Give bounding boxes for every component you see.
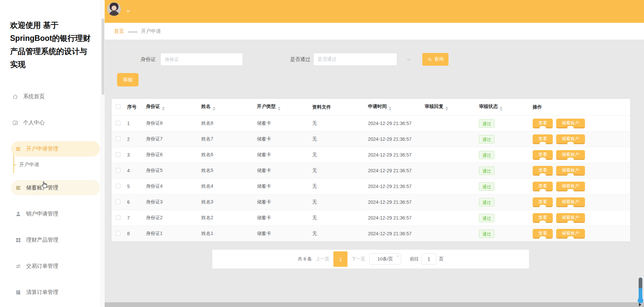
sidebar-scrollbar[interactable] (101, 0, 105, 307)
status-badge: 通过 (479, 151, 494, 159)
sort-icon[interactable] (278, 107, 280, 111)
row-action-button[interactable]: 查看 (533, 182, 553, 191)
cell-apply-time: 2024-12-29 21:36:57 (368, 184, 425, 189)
row-action-button[interactable]: 储蓄账户 (556, 166, 585, 176)
breadcrumb-separator: —— (128, 28, 137, 34)
row-action-button[interactable]: 储蓄账户 (556, 150, 585, 160)
sidebar-item-label: 储蓄账户管理 (26, 184, 58, 191)
row-action-button[interactable]: 储蓄账户 (556, 134, 585, 144)
table-row: 3身份证6姓名6储蓄卡无2024-12-29 21:36:57通过查看储蓄账户 (112, 147, 630, 163)
sidebar-item[interactable]: 交易订单管理 (0, 258, 101, 274)
row-checkbox[interactable] (112, 152, 127, 158)
sidebar-item[interactable]: 个人中心 (0, 115, 101, 130)
sidebar-item[interactable]: 储蓄账户管理 (11, 180, 100, 195)
page-size-value: 10条/页 (377, 256, 393, 262)
row-action-button[interactable]: 储蓄账户 (556, 229, 585, 239)
cell-actions: 查看储蓄账户 (533, 166, 630, 176)
status-badge: 通过 (479, 230, 494, 238)
cell-idcard: 身份证7 (146, 136, 201, 142)
sort-icon[interactable] (213, 107, 215, 111)
breadcrumb: 首页 —— 开户申请 (105, 23, 644, 40)
row-checkbox[interactable] (112, 199, 127, 205)
row-action-button[interactable]: 储蓄账户 (556, 213, 585, 223)
cell-index: 2 (127, 136, 146, 142)
row-action-button[interactable]: 查看 (533, 166, 553, 176)
cell-actions: 查看储蓄账户 (533, 150, 630, 160)
sidebar-item[interactable]: 理财产品管理 (0, 232, 101, 248)
sort-icon[interactable] (162, 107, 165, 111)
cell-apply-time: 2024-12-29 21:36:57 (368, 231, 425, 236)
select-all-checkbox[interactable] (112, 104, 127, 110)
search-button[interactable]: 查询 (422, 53, 448, 66)
user-icon (15, 211, 21, 217)
cell-index: 7 (127, 215, 146, 221)
topbar (105, 0, 644, 23)
main-area: 首页 —— 开户申请 身份证 是否通过 是否通过 查询 审核 序号身份证姓名 (105, 0, 644, 307)
column-header[interactable]: 身份证 (146, 104, 201, 111)
sidebar-scrollbar-thumb[interactable] (102, 18, 104, 95)
pass-filter-select[interactable]: 是否通过 (313, 53, 397, 66)
column-header: 操作 (533, 104, 630, 110)
sliders-icon (15, 263, 21, 269)
column-header-label: 操作 (533, 104, 542, 110)
prev-page-button[interactable]: 上一页 (316, 256, 330, 262)
row-checkbox[interactable] (112, 136, 127, 142)
row-checkbox[interactable] (112, 168, 127, 174)
chevron-down-icon[interactable] (406, 57, 412, 64)
row-action-button[interactable]: 储蓄账户 (556, 182, 585, 191)
cell-account-type: 储蓄卡 (257, 231, 312, 237)
row-action-button[interactable]: 查看 (533, 197, 553, 207)
user-menu-caret-icon[interactable] (126, 10, 130, 13)
row-action-button[interactable]: 储蓄账户 (556, 197, 585, 207)
sidebar-item[interactable]: 开户申请管理 (11, 141, 100, 157)
column-header[interactable]: 申请时间 (368, 104, 425, 111)
row-action-button[interactable]: 查看 (533, 229, 553, 239)
sidebar-item-label: 个人中心 (23, 119, 45, 126)
cell-actions: 查看储蓄账户 (533, 229, 630, 239)
current-page-button[interactable]: 1 (333, 251, 347, 267)
avatar[interactable] (107, 2, 121, 16)
table-row: 6身份证3姓名3储蓄卡无2024-12-29 21:36:57通过查看储蓄账户 (112, 194, 630, 210)
audit-button[interactable]: 审核 (117, 73, 139, 86)
idcard-filter-input[interactable] (160, 53, 243, 66)
sidebar-item[interactable]: 销户申请管理 (0, 206, 101, 222)
cell-name: 姓名5 (201, 168, 257, 174)
page-size-select[interactable]: 10条/页 (369, 253, 401, 265)
cell-account-type: 储蓄卡 (257, 152, 312, 158)
table-row: 5身份证4姓名4储蓄卡无2024-12-29 21:36:57通过查看储蓄账户 (112, 179, 630, 194)
column-header-label: 申请时间 (368, 104, 387, 109)
table-row: 1身份证8姓名8储蓄卡无2024-12-29 21:36:57通过查看储蓄账户 (112, 116, 630, 131)
sort-icon[interactable] (500, 107, 502, 111)
cell-idcard: 身份证4 (146, 183, 201, 189)
play-icon[interactable] (639, 303, 641, 306)
sidebar-item-label: 开户申请管理 (26, 145, 58, 152)
row-action-button[interactable]: 查看 (533, 134, 553, 144)
column-header[interactable]: 审核状态 (479, 104, 533, 111)
row-action-button[interactable]: 查看 (533, 119, 553, 128)
row-checkbox[interactable] (112, 184, 127, 189)
cell-idcard: 身份证5 (146, 168, 201, 174)
breadcrumb-home[interactable]: 首页 (114, 28, 124, 35)
search-button-label: 查询 (434, 56, 444, 62)
sort-icon[interactable] (389, 107, 391, 111)
row-checkbox[interactable] (112, 215, 127, 221)
row-action-button[interactable]: 储蓄账户 (556, 119, 585, 128)
sidebar-item[interactable]: 系统首页 (0, 89, 101, 104)
row-action-button[interactable]: 查看 (533, 150, 553, 160)
column-header[interactable]: 开户类型 (257, 104, 312, 111)
row-checkbox[interactable] (112, 231, 127, 237)
row-checkbox[interactable] (112, 121, 127, 126)
goto-label: 前往 (410, 256, 419, 262)
cell-file: 无 (312, 199, 368, 205)
row-action-button[interactable]: 查看 (533, 213, 553, 223)
sidebar-item-label: 交易订单管理 (26, 263, 58, 270)
goto-page-input[interactable] (422, 253, 436, 265)
sidebar-subitem[interactable]: 开户申请 (0, 157, 101, 172)
sort-icon[interactable] (445, 107, 448, 111)
sidebar-item[interactable]: 清算订单管理 (0, 285, 101, 300)
video-scrubber-knob[interactable] (638, 298, 643, 303)
next-page-button[interactable]: 下一页 (352, 256, 365, 262)
column-header[interactable]: 姓名 (201, 104, 257, 111)
cell-status: 通过 (479, 182, 533, 191)
column-header[interactable]: 审核回复 (425, 104, 479, 111)
